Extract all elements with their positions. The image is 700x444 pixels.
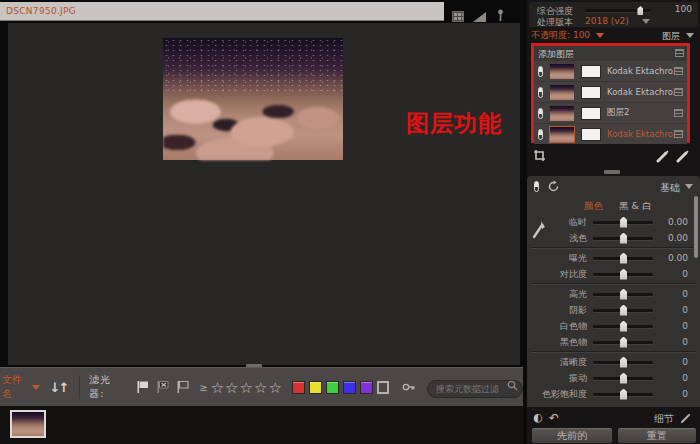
sort-direction-icon[interactable]: ↓↑: [50, 380, 68, 395]
filter-toolbar: 文件名 ↓↑ 滤光器: ≥ ☆☆☆☆☆: [0, 367, 523, 406]
slider-track[interactable]: [593, 293, 653, 296]
layers-menu[interactable]: 图层: [662, 30, 680, 43]
layer-row[interactable]: Kodak Ektachro...: [534, 124, 687, 144]
crop-mask-icon[interactable]: [533, 149, 546, 162]
opacity-label[interactable]: 不透明度:: [531, 30, 570, 40]
slider-knob[interactable]: [637, 6, 643, 15]
flag-rejected-icon[interactable]: [156, 380, 169, 394]
slider-row: 高光0: [527, 286, 700, 302]
opacity-value[interactable]: 100: [573, 30, 590, 40]
slider-track[interactable]: [593, 273, 653, 276]
next-panel-title[interactable]: 细节: [654, 412, 674, 426]
star-rating-icon[interactable]: ☆: [225, 379, 239, 397]
rating-operator[interactable]: ≥: [199, 382, 207, 393]
filmstrip-thumbnail[interactable]: [10, 410, 46, 438]
pin-icon[interactable]: [495, 9, 506, 22]
slider-knob[interactable]: [620, 289, 627, 300]
layer-row[interactable]: Kodak Ektachro...: [534, 82, 687, 102]
photo-preview[interactable]: [163, 38, 343, 160]
star-rating-icon[interactable]: ☆: [268, 379, 282, 397]
flag-approved-icon[interactable]: [136, 380, 149, 394]
layer-mask-thumbnail: [581, 128, 601, 141]
slider-knob[interactable]: [620, 217, 627, 228]
slider-value: 0.00: [653, 217, 700, 227]
intensity-slider[interactable]: [585, 9, 651, 12]
process-version-value[interactable]: 2018 (v2): [585, 16, 629, 26]
slider-knob[interactable]: [620, 233, 627, 244]
slider-knob[interactable]: [620, 321, 627, 332]
layer-mask-thumbnail: [581, 65, 601, 78]
slider-group-divider: [531, 283, 696, 284]
layer-visibility-toggle-icon[interactable]: [538, 66, 543, 77]
slider-row: 振动0: [527, 370, 700, 386]
slider-track[interactable]: [593, 377, 653, 380]
preview-toggle-icon[interactable]: ◐: [533, 411, 543, 424]
sort-by-filename[interactable]: 文件名: [2, 373, 29, 401]
layer-name: Kodak Ektachro...: [607, 129, 674, 139]
reset-refresh-icon[interactable]: [547, 180, 560, 193]
star-rating-icon[interactable]: ☆: [254, 379, 268, 397]
layer-visibility-toggle-icon[interactable]: [538, 87, 543, 98]
slider-track[interactable]: [593, 341, 653, 344]
edit-pencil-icon[interactable]: [681, 412, 692, 423]
flag-unflagged-icon[interactable]: [176, 380, 189, 394]
slider-track[interactable]: [593, 221, 653, 224]
slider-track[interactable]: [593, 237, 653, 240]
color-swatch[interactable]: [309, 381, 322, 394]
slider-knob[interactable]: [620, 357, 627, 368]
basic-panel-header: 基础: [527, 180, 700, 194]
undo-icon[interactable]: ↶: [549, 411, 559, 425]
panel-visibility-toggle-icon[interactable]: [534, 181, 539, 192]
slider-knob[interactable]: [620, 373, 627, 384]
slider-track[interactable]: [593, 361, 653, 364]
brush-icon[interactable]: [656, 149, 670, 163]
layer-visibility-toggle-icon[interactable]: [538, 108, 543, 119]
slider-knob[interactable]: [620, 305, 627, 316]
slider-value: 0: [653, 337, 700, 347]
chevron-down-icon: [642, 19, 650, 24]
tab-black-white[interactable]: 黑 & 白: [619, 200, 651, 213]
layer-thumbnail: [550, 127, 574, 142]
viewer-toolbar-icons: [452, 9, 506, 22]
scrollbar-thumb[interactable]: [694, 196, 698, 258]
add-layer-button[interactable]: 添加图层: [538, 48, 574, 61]
next-panel-header: ◐ ↶ 细节: [527, 411, 700, 425]
slider-track[interactable]: [593, 325, 653, 328]
star-rating-icon[interactable]: ☆: [211, 379, 225, 397]
color-swatch[interactable]: [343, 381, 356, 394]
slider-track[interactable]: [593, 393, 653, 396]
layer-visibility-toggle-icon[interactable]: [538, 129, 543, 140]
slider-knob[interactable]: [620, 389, 627, 400]
slider-value: 0: [653, 269, 700, 279]
star-rating-icon[interactable]: ☆: [240, 379, 254, 397]
layer-options-icon[interactable]: [674, 67, 683, 75]
color-swatch[interactable]: [326, 381, 339, 394]
slider-knob[interactable]: [620, 269, 627, 280]
slider-row: 阴影0: [527, 302, 700, 318]
reset-button[interactable]: 重置: [617, 427, 697, 444]
image-tab[interactable]: DSCN7950.JPG: [6, 6, 76, 16]
prior-button[interactable]: 先前的: [531, 427, 613, 444]
layer-menu-icon[interactable]: [675, 49, 684, 57]
color-swatch-none[interactable]: [377, 381, 389, 394]
slider-knob[interactable]: [620, 253, 627, 264]
slider-track[interactable]: [593, 309, 653, 312]
layer-row[interactable]: 图层2: [534, 103, 687, 123]
eraser-brush-icon[interactable]: [676, 149, 690, 163]
slider-track[interactable]: [593, 257, 653, 260]
slider-row: 清晰度0: [527, 354, 700, 370]
layer-options-icon[interactable]: [674, 109, 683, 117]
basic-panel-title[interactable]: 基础: [660, 181, 680, 195]
layer-row[interactable]: Kodak Ektachro...: [534, 61, 687, 81]
tab-color[interactable]: 颜色: [584, 200, 603, 213]
layer-options-icon[interactable]: [674, 130, 683, 138]
layer-options-icon[interactable]: [674, 88, 683, 96]
grid-view-icon[interactable]: [452, 11, 464, 22]
slider-knob[interactable]: [620, 337, 627, 348]
color-swatch[interactable]: [360, 381, 373, 394]
histogram-icon[interactable]: [473, 12, 486, 22]
panel-divider-handle[interactable]: [604, 170, 620, 174]
key-icon[interactable]: [402, 381, 416, 393]
color-swatch[interactable]: [292, 381, 305, 394]
slider-value: 0: [653, 373, 700, 383]
